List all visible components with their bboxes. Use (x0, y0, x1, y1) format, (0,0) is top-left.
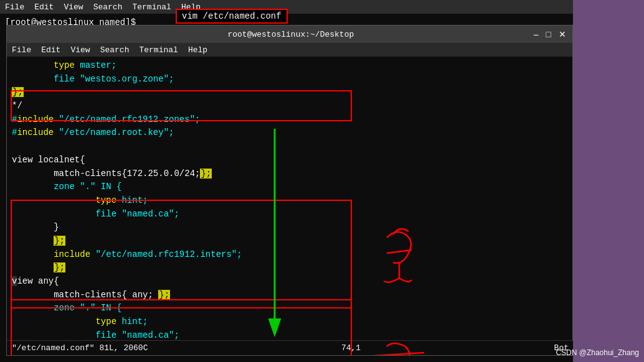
code-line-8: view localnet{ (12, 154, 567, 167)
fg-menu-file[interactable]: File (12, 45, 31, 55)
fg-menu-edit[interactable]: Edit (41, 45, 60, 55)
code-line-14: }; (12, 234, 567, 248)
code-line-9: match-clients{172.25.0.0/24;}; (12, 167, 567, 181)
right-panel (573, 0, 644, 362)
code-line-7 (12, 140, 567, 154)
fg-title-bar: root@westoslinux:~/Desktop – □ ✕ (7, 26, 572, 43)
status-bar: "/etc/named.conf" 81L, 2060C 74,1 Bot (7, 340, 574, 355)
code-line-10: zone "." IN { (12, 180, 567, 194)
code-line-2: file "westos.org.zone"; (12, 73, 567, 86)
fg-menu-view[interactable]: View (70, 45, 90, 55)
code-line-20: type hint; (12, 315, 567, 329)
bg-menu-search[interactable]: Search (93, 2, 123, 12)
fg-menu-help[interactable]: Help (188, 45, 207, 55)
code-line-13: } (12, 221, 567, 234)
fg-menu-bar: File Edit View Search Terminal Help (7, 43, 572, 57)
code-line-3: }; (12, 86, 567, 100)
code-line-12: file "named.ca"; (12, 208, 567, 221)
vim-cmd-text: vim /etc/named.conf (182, 11, 282, 21)
close-button[interactable]: ✕ (557, 29, 567, 39)
code-line-16: }; (12, 261, 567, 275)
bg-menu-file[interactable]: File (5, 2, 24, 12)
code-line-11: type hint; (12, 194, 567, 208)
bg-menu-edit[interactable]: Edit (34, 2, 54, 12)
code-line-15: include "/etc/named.rfc1912.inters"; (12, 248, 567, 262)
code-line-18: match-clients{ any; }; (12, 289, 567, 302)
vim-cmd-box: vim /etc/named.conf (176, 9, 288, 24)
fg-menu-search[interactable]: Search (100, 45, 130, 55)
bg-menu-view[interactable]: View (64, 2, 83, 12)
fg-title-text: root@westoslinux:~/Desktop (49, 30, 533, 39)
fg-terminal: root@westoslinux:~/Desktop – □ ✕ File Ed… (6, 25, 573, 356)
fg-content: type master; file "westos.org.zone"; }; … (7, 57, 572, 355)
code-line-4: */ (12, 100, 567, 113)
code-line-6: #include "/etc/named.root.key"; (12, 126, 567, 140)
csdn-watermark: CSDN @Zhaohui_Zhang (556, 348, 639, 357)
file-info: "/etc/named.conf" 81L, 2060C (12, 343, 148, 353)
cursor-position: 74,1 (341, 343, 361, 353)
maximize-button[interactable]: □ (545, 29, 552, 39)
minimize-button[interactable]: – (533, 29, 540, 39)
bg-menu-terminal[interactable]: Terminal (132, 2, 171, 12)
fg-win-controls: – □ ✕ (533, 29, 567, 39)
code-line-5: #include "/etc/named.rfc1912.zones"; (12, 113, 567, 127)
code-line-19: zone "." IN { (12, 302, 567, 315)
code-line-1: type master; (12, 59, 567, 73)
code-line-17: view any{ (12, 275, 567, 289)
fg-menu-terminal[interactable]: Terminal (139, 45, 178, 55)
